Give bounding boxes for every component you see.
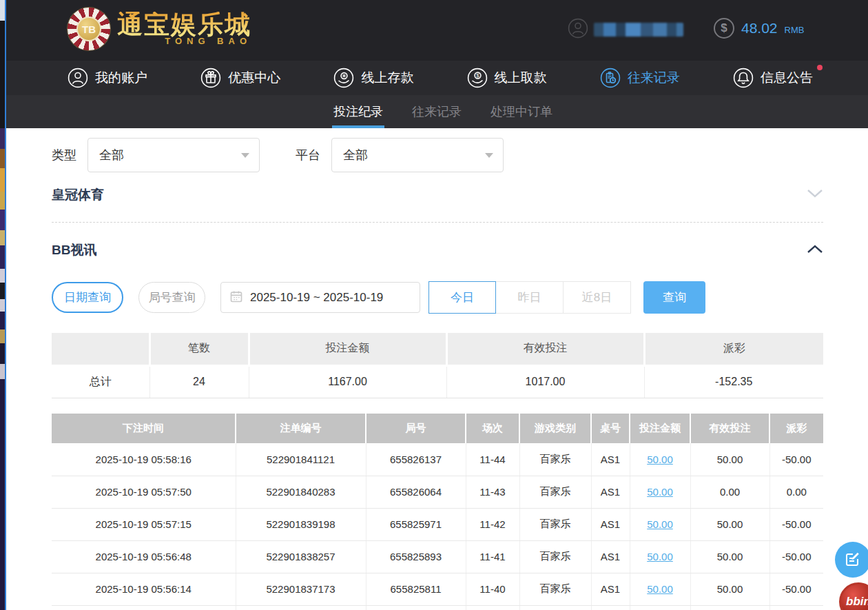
table-row: 2025-10-19 05:57:15522901839198655825971… — [52, 508, 823, 540]
col-bet-time: 下注时间 — [52, 414, 236, 443]
table-cell — [630, 605, 690, 610]
table-cell: 百家乐 — [519, 508, 591, 540]
table-cell: 11-41 — [466, 540, 519, 573]
summary-payout: -152.35 — [644, 365, 823, 398]
platform-filter-label: 平台 — [296, 147, 320, 163]
records-icon — [600, 68, 621, 88]
date-query-toggle[interactable]: 日期查询 — [52, 282, 123, 313]
table-cell: 百家乐 — [519, 573, 591, 605]
table-cell — [466, 605, 519, 610]
search-button[interactable]: 查询 — [643, 281, 705, 314]
col-payout: 派彩 — [769, 414, 823, 443]
nav-item-deposit[interactable]: 线上存款 — [333, 68, 413, 88]
bet-amount-link[interactable]: 50.00 — [647, 583, 673, 595]
table-cell: 522901837173 — [236, 573, 366, 605]
section-title: 皇冠体育 — [52, 186, 104, 204]
last-8-days-button[interactable]: 近8日 — [564, 281, 631, 314]
table-cell: 50.00 — [630, 573, 690, 605]
today-button[interactable]: 今日 — [428, 281, 496, 314]
nav-label: 线上取款 — [495, 69, 547, 87]
tab-bet-records[interactable]: 投注纪录 — [332, 95, 384, 128]
bet-amount-link[interactable]: 50.00 — [647, 518, 673, 530]
col-session: 场次 — [466, 414, 519, 443]
bet-amount-link[interactable]: 50.00 — [647, 454, 673, 465]
table-cell: 655826064 — [366, 476, 466, 508]
bell-icon — [733, 68, 754, 88]
nav-label: 线上存款 — [361, 69, 413, 87]
round-query-toggle[interactable]: 局号查询 — [138, 282, 205, 313]
summary-count: 24 — [149, 365, 249, 398]
tab-transaction-records[interactable]: 往来记录 — [411, 95, 463, 128]
nav-label: 往来记录 — [628, 69, 680, 87]
col-game-type: 游戏类别 — [519, 414, 591, 443]
bbin-logo-button[interactable]: bbin — [839, 582, 868, 610]
section-crown-sports[interactable]: 皇冠体育 — [52, 186, 823, 204]
summary-total-label: 总计 — [52, 365, 149, 398]
col-valid-bet: 有效投注 — [690, 414, 769, 443]
section-bb-video[interactable]: BB视讯 — [52, 241, 823, 259]
summary-table: 笔数 投注金额 有效投注 派彩 总计 24 1167.00 1017.00 -1… — [52, 333, 823, 398]
table-cell: 50.00 — [630, 443, 690, 476]
table-cell: 百家乐 — [519, 540, 591, 573]
table-cell: 50.00 — [690, 508, 769, 540]
nav-item-announcements[interactable]: 信息公告 — [733, 68, 813, 88]
date-range-input[interactable]: 2025-10-19 ~ 2025-10-19 — [220, 282, 420, 313]
chevron-up-icon[interactable] — [807, 244, 823, 256]
notification-dot — [817, 65, 823, 70]
date-range-value: 2025-10-19 ~ 2025-10-19 — [250, 291, 383, 305]
table-cell: -50.00 — [769, 443, 823, 476]
col-order-id: 注单编号 — [236, 414, 366, 443]
nav-item-my-account[interactable]: 我的账户 — [68, 68, 147, 88]
feedback-button[interactable] — [835, 542, 868, 578]
table-row: 2025-10-19 05:56:14522901837173655825811… — [52, 573, 823, 605]
table-cell — [591, 605, 630, 610]
table-cell: 50.00 — [630, 476, 690, 508]
table-cell: AS1 — [591, 443, 630, 476]
table-cell: 655825811 — [366, 573, 466, 605]
platform-select[interactable]: 全部 — [331, 138, 504, 172]
table-cell: 522901840283 — [236, 476, 366, 508]
table-cell: 655825893 — [366, 540, 466, 573]
site-logo[interactable]: TB 通宝娱乐城 TONG BAO — [68, 8, 251, 50]
table-cell: 522901839198 — [236, 508, 366, 540]
main-nav: 我的账户 优惠中心 线上存款 $ 线上取款 — [0, 61, 868, 95]
table-cell: 655825971 — [366, 508, 466, 540]
type-select[interactable]: 全部 — [87, 138, 260, 172]
type-select-value: 全部 — [99, 147, 124, 163]
table-cell: 50.00 — [690, 573, 769, 605]
bet-amount-link[interactable]: 50.00 — [647, 486, 673, 498]
nav-label: 优惠中心 — [228, 69, 280, 87]
chevron-down-icon — [241, 153, 249, 158]
table-cell: 50.00 — [690, 540, 769, 573]
table-cell: 11-43 — [466, 476, 519, 508]
table-cell: 2025-10-19 05:58:16 — [52, 443, 236, 476]
table-cell: 11-42 — [466, 508, 519, 540]
table-cell: -50.00 — [769, 508, 823, 540]
balance[interactable]: $ 48.02 RMB — [714, 18, 804, 39]
nav-item-withdraw[interactable]: $ 线上取款 — [467, 68, 547, 88]
bet-amount-link[interactable]: 50.00 — [647, 551, 673, 562]
logo-text: 通宝娱乐城 TONG BAO — [117, 12, 251, 46]
withdraw-icon: $ — [467, 68, 488, 88]
platform-select-value: 全部 — [343, 147, 368, 163]
summary-valid-bet: 1017.00 — [446, 365, 644, 398]
gift-icon — [200, 68, 221, 88]
table-row-partial — [52, 605, 823, 610]
chevron-down-icon[interactable] — [807, 189, 823, 201]
table-cell: 522901841121 — [236, 443, 366, 476]
table-cell: AS1 — [591, 540, 630, 573]
nav-item-records[interactable]: 往来记录 — [600, 68, 680, 88]
tab-processing-orders[interactable]: 处理中订单 — [489, 95, 554, 128]
user-account[interactable] — [568, 18, 683, 41]
table-cell: AS1 — [591, 508, 630, 540]
summary-header-row: 笔数 投注金额 有效投注 派彩 — [52, 333, 823, 365]
table-cell — [769, 605, 823, 610]
quick-range-group: 今日 昨日 近8日 — [428, 281, 631, 314]
table-cell: 11-40 — [466, 573, 519, 605]
summary-total-row: 总计 24 1167.00 1017.00 -152.35 — [52, 365, 823, 398]
table-cell: -50.00 — [769, 573, 823, 605]
bets-header-row: 下注时间 注单编号 局号 场次 游戏类别 桌号 投注金额 有效投注 派彩 — [52, 414, 823, 443]
nav-item-promotions[interactable]: 优惠中心 — [200, 68, 280, 88]
bets-table: 下注时间 注单编号 局号 场次 游戏类别 桌号 投注金额 有效投注 派彩 202… — [52, 414, 823, 610]
yesterday-button[interactable]: 昨日 — [496, 281, 564, 314]
